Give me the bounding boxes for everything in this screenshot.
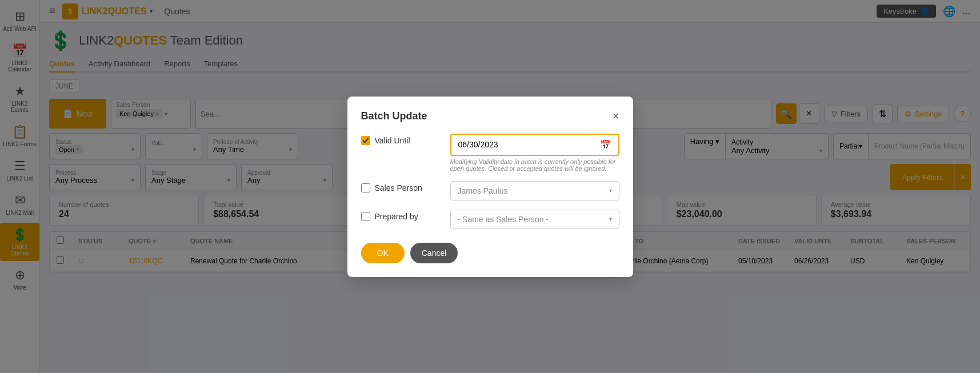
sales-person-checkbox[interactable] <box>361 183 370 192</box>
prepared-by-label: Prepared by <box>375 212 418 221</box>
sales-person-dropdown-icon: ▾ <box>609 187 612 194</box>
modal-overlay: Batch Update × Valid Until 📅 Modifying V… <box>0 0 980 373</box>
sales-person-modal-label: Sales Person <box>375 183 422 192</box>
valid-until-checkbox[interactable] <box>361 136 370 145</box>
modal-close-button[interactable]: × <box>613 110 619 122</box>
modal-sales-person-field: Sales Person James Paulus ▾ <box>361 181 619 200</box>
modal-valid-until-field: Valid Until 📅 Modifying Validity date in… <box>361 134 619 172</box>
modal-valid-until-right: 📅 Modifying Validity date in batch is cu… <box>450 134 619 172</box>
calendar-icon[interactable]: 📅 <box>600 139 611 150</box>
modal-prepared-by-field: Prepared by - Same as Sales Person - ▾ <box>361 210 619 229</box>
valid-until-label: Valid Until <box>375 136 410 145</box>
modal-valid-until-left: Valid Until <box>361 134 441 145</box>
modal-actions: OK Cancel <box>361 243 619 263</box>
valid-until-input-wrapper: 📅 <box>450 134 619 156</box>
modal-sales-person-right: James Paulus ▾ <box>450 181 619 200</box>
prepared-by-modal-select[interactable]: - Same as Sales Person - ▾ <box>450 210 619 229</box>
modal-prepared-by-left: Prepared by <box>361 210 441 221</box>
prepared-by-modal-placeholder: - Same as Sales Person - <box>458 215 549 224</box>
sales-person-modal-placeholder: James Paulus <box>458 186 508 195</box>
prepared-by-checkbox[interactable] <box>361 212 370 221</box>
modal-sales-person-left: Sales Person <box>361 181 441 192</box>
modal-header: Batch Update × <box>361 110 619 122</box>
sales-person-modal-select[interactable]: James Paulus ▾ <box>450 181 619 200</box>
batch-update-modal: Batch Update × Valid Until 📅 Modifying V… <box>347 97 633 277</box>
modal-prepared-by-right: - Same as Sales Person - ▾ <box>450 210 619 229</box>
cancel-button[interactable]: Cancel <box>410 243 458 263</box>
modal-title: Batch Update <box>361 110 427 122</box>
ok-button[interactable]: OK <box>361 243 405 263</box>
prepared-by-dropdown-icon: ▾ <box>609 216 612 222</box>
valid-until-hint: Modifying Validity date in batch is curr… <box>450 158 619 172</box>
valid-until-input[interactable] <box>458 140 600 149</box>
